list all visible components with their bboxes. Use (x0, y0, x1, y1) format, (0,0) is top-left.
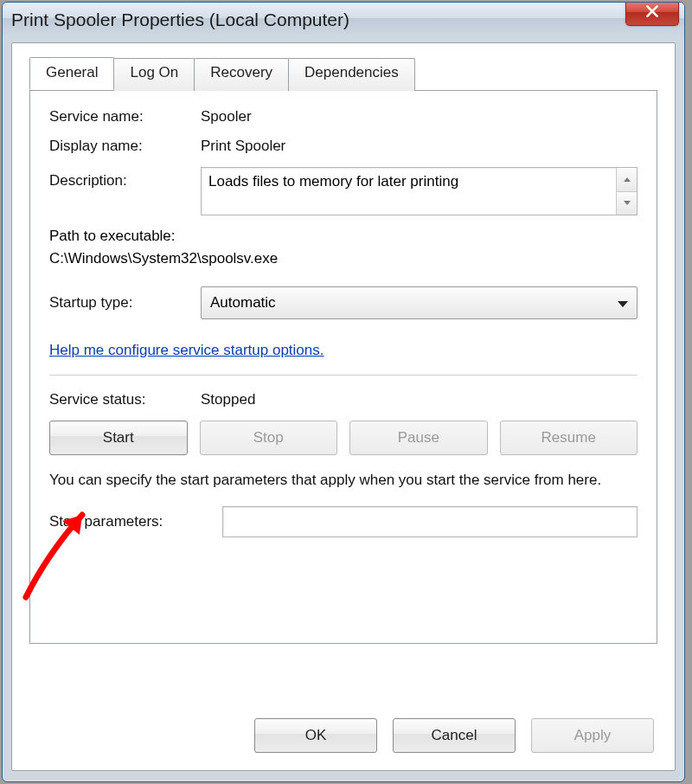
tab-panel-general: Service name: Spooler Display name: Prin… (29, 90, 657, 644)
start-params-note: You can specify the start parameters tha… (49, 471, 638, 491)
button-label: Apply (574, 727, 612, 744)
close-icon (644, 3, 660, 23)
description-box[interactable]: Loads files to memory for later printing (201, 167, 638, 215)
description-scroll[interactable] (616, 168, 637, 215)
startup-type-value: Automatic (210, 294, 276, 312)
cancel-button[interactable]: Cancel (393, 718, 516, 753)
client-area: General Log On Recovery Dependencies Ser… (11, 42, 676, 771)
button-label: Stop (253, 429, 284, 447)
tab-general[interactable]: General (29, 57, 114, 90)
tab-label: General (46, 64, 98, 80)
path-label: Path to executable: (49, 228, 638, 245)
pause-button: Pause (349, 421, 488, 455)
ok-button[interactable]: OK (254, 718, 377, 753)
path-value: C:\Windows\System32\spoolsv.exe (49, 250, 638, 267)
tab-label: Log On (130, 64, 178, 80)
titlebar[interactable]: Print Spooler Properties (Local Computer… (3, 3, 684, 37)
button-label: Pause (398, 429, 439, 447)
scroll-down-icon[interactable] (616, 191, 637, 215)
display-name-label: Display name: (49, 138, 201, 155)
stop-button: Stop (200, 421, 338, 455)
window-title: Print Spooler Properties (Local Computer… (11, 10, 349, 30)
tab-recovery[interactable]: Recovery (194, 58, 289, 91)
tab-label: Recovery (210, 64, 272, 80)
service-name-value: Spooler (201, 108, 638, 125)
service-control-buttons: Start Stop Pause Resume (49, 421, 638, 455)
tab-strip: General Log On Recovery Dependencies (29, 57, 657, 90)
button-label: Cancel (432, 727, 477, 744)
help-link[interactable]: Help me configure service startup option… (49, 342, 324, 359)
start-params-input[interactable] (222, 506, 638, 537)
service-status-label: Service status: (49, 391, 201, 408)
startup-type-label: Startup type: (49, 294, 201, 312)
resume-button: Resume (500, 421, 638, 455)
display-name-value: Print Spooler (201, 138, 638, 155)
chevron-down-icon (618, 294, 628, 312)
start-button[interactable]: Start (49, 421, 188, 455)
tab-dependencies[interactable]: Dependencies (288, 58, 415, 91)
close-button[interactable] (625, 2, 679, 26)
button-label: OK (305, 727, 327, 744)
startup-type-select[interactable]: Automatic (201, 286, 638, 319)
divider (49, 375, 638, 376)
service-status-value: Stopped (201, 391, 638, 408)
description-label: Description: (49, 167, 201, 190)
dialog-footer-buttons: OK Cancel Apply (254, 718, 654, 753)
tab-label: Dependencies (304, 64, 399, 80)
button-label: Start (103, 429, 134, 447)
apply-button: Apply (531, 718, 654, 753)
tab-log-on[interactable]: Log On (113, 58, 195, 91)
annotation-arrow-icon (0, 467, 121, 606)
scroll-up-icon[interactable] (616, 168, 637, 191)
description-text: Loads files to memory for later printing (208, 173, 458, 190)
properties-dialog: Print Spooler Properties (Local Computer… (2, 2, 685, 782)
button-label: Resume (541, 429, 596, 447)
service-name-label: Service name: (49, 108, 201, 125)
